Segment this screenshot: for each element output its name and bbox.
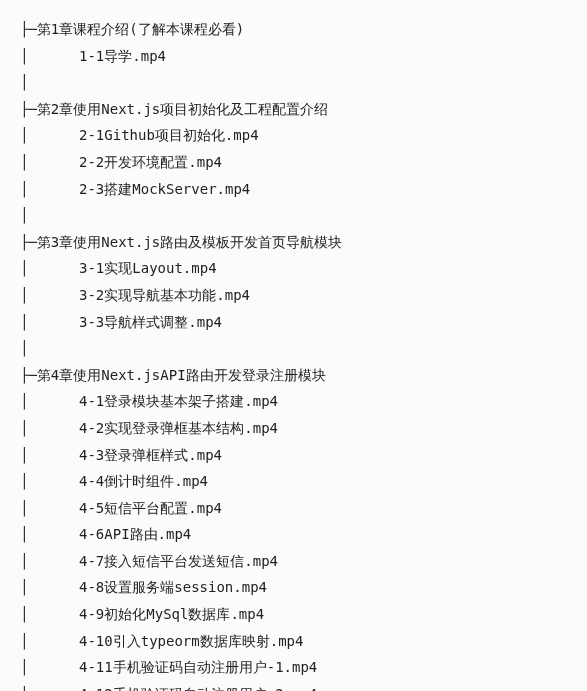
- directory-tree: ├─第1章课程介绍(了解本课程必看)│ 1-1导学.mp4│├─第2章使用Nex…: [20, 16, 567, 691]
- file-item: │ 4-12手机验证码自动注册用户-2.mp4: [20, 681, 567, 691]
- chapter-heading: ├─第2章使用Next.js项目初始化及工程配置介绍: [20, 96, 567, 123]
- file-item: │ 4-6API路由.mp4: [20, 521, 567, 548]
- tree-spacer: │: [20, 202, 567, 229]
- file-item: │ 4-8设置服务端session.mp4: [20, 574, 567, 601]
- file-item: │ 4-7接入短信平台发送短信.mp4: [20, 548, 567, 575]
- file-item: │ 4-11手机验证码自动注册用户-1.mp4: [20, 654, 567, 681]
- file-item: │ 4-1登录模块基本架子搭建.mp4: [20, 388, 567, 415]
- chapter-heading: ├─第4章使用Next.jsAPI路由开发登录注册模块: [20, 362, 567, 389]
- file-item: │ 2-2开发环境配置.mp4: [20, 149, 567, 176]
- file-item: │ 4-4倒计时组件.mp4: [20, 468, 567, 495]
- tree-spacer: │: [20, 335, 567, 362]
- file-item: │ 4-3登录弹框样式.mp4: [20, 442, 567, 469]
- file-item: │ 4-9初始化MySql数据库.mp4: [20, 601, 567, 628]
- chapter-heading: ├─第3章使用Next.js路由及模板开发首页导航模块: [20, 229, 567, 256]
- file-item: │ 2-3搭建MockServer.mp4: [20, 176, 567, 203]
- file-item: │ 3-2实现导航基本功能.mp4: [20, 282, 567, 309]
- file-item: │ 4-2实现登录弹框基本结构.mp4: [20, 415, 567, 442]
- chapter-heading: ├─第1章课程介绍(了解本课程必看): [20, 16, 567, 43]
- file-item: │ 1-1导学.mp4: [20, 43, 567, 70]
- file-item: │ 4-10引入typeorm数据库映射.mp4: [20, 628, 567, 655]
- file-item: │ 3-1实现Layout.mp4: [20, 255, 567, 282]
- file-item: │ 3-3导航样式调整.mp4: [20, 309, 567, 336]
- file-item: │ 2-1Github项目初始化.mp4: [20, 122, 567, 149]
- tree-spacer: │: [20, 69, 567, 96]
- file-item: │ 4-5短信平台配置.mp4: [20, 495, 567, 522]
